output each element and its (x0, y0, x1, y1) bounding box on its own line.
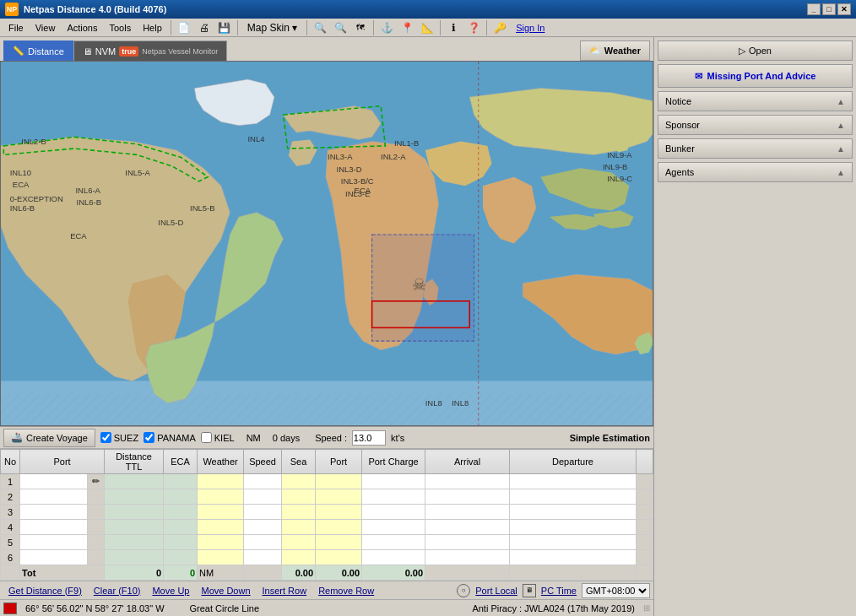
svg-text:INL10: INL10 (10, 168, 31, 177)
svg-text:INL5-B: INL5-B (190, 203, 214, 213)
svg-text:INL8: INL8 (452, 398, 469, 408)
bunker-section[interactable]: Bunker ▲ (658, 138, 853, 159)
notice-label: Notice (665, 96, 691, 106)
open-label: Open (749, 46, 772, 56)
svg-text:INL2-A: INL2-A (381, 152, 406, 161)
voyage-toolbar: 🚢 Create Voyage SUEZ PANAMA KIEL NM 0 da… (0, 427, 653, 449)
insert-row-button[interactable]: Insert Row (257, 585, 312, 597)
svg-text:INL8: INL8 (425, 398, 442, 408)
sign-in-btn[interactable]: Sign In (511, 21, 550, 35)
create-voyage-label: Create Voyage (26, 433, 88, 443)
svg-text:INL9-B: INL9-B (603, 162, 627, 171)
right-panel: ▷ Open ✉ Missing Port And Advice Notice … (653, 37, 856, 616)
menu-actions[interactable]: Actions (62, 21, 102, 35)
new-icon[interactable]: 📄 (175, 19, 193, 37)
gmt-select[interactable]: GMT+08:00 GMT+09:00 GMT-12:00 (582, 583, 650, 598)
tab-distance[interactable]: 📏 Distance (3, 41, 73, 61)
agents-toggle[interactable]: ▲ (837, 168, 845, 177)
col-speed: Speed (244, 450, 282, 474)
kts-label: kt's (391, 433, 404, 443)
menu-tools[interactable]: Tools (104, 21, 136, 35)
separator-3 (306, 20, 307, 35)
suez-checkbox[interactable] (100, 432, 111, 443)
zoom-in-icon[interactable]: 🔍 (311, 19, 329, 37)
coordinates: 66° 56' 56.02" N 58° 27' 18.03" W (25, 603, 165, 613)
bunker-toggle[interactable]: ▲ (837, 144, 845, 154)
sponsor-label: Sponsor (665, 120, 700, 130)
sponsor-toggle[interactable]: ▲ (837, 121, 845, 130)
missing-port-button[interactable]: ✉ Missing Port And Advice (658, 64, 853, 88)
print-icon[interactable]: 🖨 (195, 19, 214, 37)
beta-badge: true (119, 46, 138, 57)
nm-label: NM (247, 433, 261, 443)
weather-icon: ⛅ (589, 46, 601, 57)
col-departure: Departure (510, 450, 637, 474)
save-icon[interactable]: 💾 (215, 19, 234, 37)
tab-bar: 📏 Distance 🖥 NVM true Netpas Vessel Moni… (0, 37, 653, 61)
svg-text:INL5-D: INL5-D (158, 218, 183, 227)
close-button[interactable]: ✕ (837, 3, 851, 15)
nvm-tab-label: NVM (95, 46, 116, 57)
mail-icon: ✉ (695, 71, 702, 82)
separator-6 (486, 20, 487, 35)
sponsor-section[interactable]: Sponsor ▲ (658, 115, 853, 135)
speed-input[interactable] (352, 430, 386, 446)
zoom-out-icon[interactable]: 🔍 (331, 19, 349, 37)
notice-section[interactable]: Notice ▲ (658, 91, 853, 111)
menu-file[interactable]: File (3, 21, 29, 35)
col-no: No (1, 450, 20, 474)
panama-checkbox-label[interactable]: PANAMA (144, 432, 196, 443)
svg-text:ECA: ECA (70, 231, 87, 240)
minimize-button[interactable]: _ (807, 3, 821, 15)
panama-checkbox[interactable] (144, 432, 154, 443)
suez-label: SUEZ (114, 433, 138, 443)
measure-icon[interactable]: 📐 (418, 19, 436, 37)
main-container: 📏 Distance 🖥 NVM true Netpas Vessel Moni… (0, 37, 856, 616)
notice-toggle[interactable]: ▲ (837, 97, 845, 106)
pc-time-label[interactable]: PC Time (541, 586, 577, 596)
zoom-tool-icon[interactable]: 🗺 (351, 19, 370, 37)
route-icon[interactable]: ⚓ (377, 19, 396, 37)
kiel-checkbox[interactable] (201, 432, 212, 443)
status-bar: 66° 56' 56.02" N 58° 27' 18.03" W Great … (0, 599, 653, 616)
table-row: 3 (1, 505, 653, 520)
menu-help[interactable]: Help (138, 21, 167, 35)
restore-button[interactable]: □ (822, 3, 836, 15)
port-local-icon: ○ (457, 584, 470, 597)
move-down-button[interactable]: Move Down (196, 585, 255, 597)
move-up-button[interactable]: Move Up (147, 585, 194, 597)
table-row: 2 (1, 489, 653, 505)
help-icon[interactable]: ❓ (464, 19, 483, 37)
weather-button[interactable]: ⛅ Weather (580, 41, 650, 61)
col-dist: Distance TTL (105, 450, 164, 474)
kiel-checkbox-label[interactable]: KIEL (201, 432, 235, 443)
create-voyage-button[interactable]: 🚢 Create Voyage (3, 429, 95, 447)
clear-button[interactable]: Clear (F10) (89, 585, 146, 597)
estimation-label: Simple Estimation (570, 433, 650, 443)
svg-text:INL2-B: INL2-B (21, 137, 46, 146)
suez-checkbox-label[interactable]: SUEZ (100, 432, 138, 443)
days-label: 0 days (273, 433, 300, 443)
waypoint-icon[interactable]: 📍 (398, 19, 416, 37)
port-local-label[interactable]: Port Local (475, 586, 517, 596)
svg-text:INL3-B/C: INL3-B/C (341, 176, 374, 186)
col-sea: Sea (282, 450, 316, 474)
key-icon[interactable]: 🔑 (490, 19, 509, 37)
agents-section[interactable]: Agents ▲ (658, 162, 853, 182)
map-container[interactable]: ECA ECA ECA ☠ INL2-B INL10 INL6-A INL6-B… (0, 61, 653, 426)
info-icon[interactable]: ℹ (444, 19, 463, 37)
col-portname: Port (316, 450, 362, 474)
map-skin-btn[interactable]: Map Skin ▾ (241, 19, 303, 37)
open-button[interactable]: ▷ Open (658, 41, 853, 61)
col-arrival: Arrival (425, 450, 510, 474)
svg-text:INL6-A: INL6-A (76, 186, 101, 195)
get-distance-button[interactable]: Get Distance (F9) (3, 585, 87, 597)
menu-view[interactable]: View (30, 21, 61, 35)
tab-nvm[interactable]: 🖥 NVM true Netpas Vessel Monitor (73, 41, 228, 61)
line-type: Great Circle Line (190, 603, 260, 613)
open-icon: ▷ (739, 46, 745, 57)
speed-label: Speed : (315, 433, 347, 443)
separator-1 (171, 20, 171, 35)
svg-text:INL3-A: INL3-A (328, 152, 353, 161)
remove-row-button[interactable]: Remove Row (313, 585, 379, 597)
